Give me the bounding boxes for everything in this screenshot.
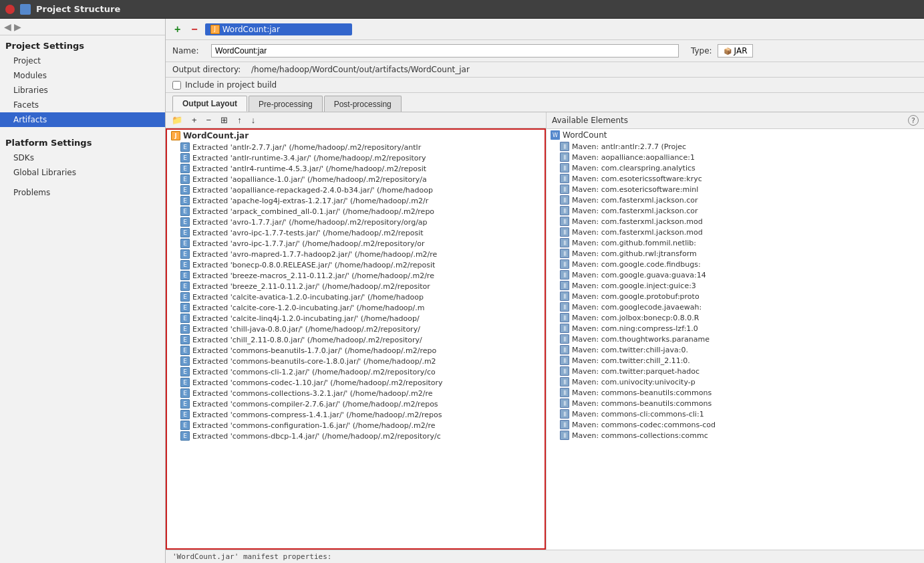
tab-post-processing[interactable]: Post-processing: [324, 96, 402, 112]
nav-forward-button[interactable]: ▶: [14, 21, 21, 32]
available-item-text: Maven: com.google.code.findbugs:: [572, 260, 701, 269]
available-list-item[interactable]: Maven: com.univocity:univocity-p: [547, 376, 924, 387]
help-icon[interactable]: ?: [908, 115, 919, 126]
name-input[interactable]: [211, 44, 679, 58]
maven-icon: [560, 185, 569, 194]
available-item-text: Maven: com.univocity:univocity-p: [572, 378, 696, 386]
artifact-item-text: Extracted 'avro-ipc-1.7.7.jar/' (/home/h…: [192, 239, 424, 248]
sidebar-item-sdks[interactable]: SDKs: [0, 150, 165, 165]
available-item-text: Maven: com.github.rwl:jtransform: [572, 249, 697, 258]
available-list-item[interactable]: Maven: com.github.rwl:jtransform: [547, 248, 924, 259]
artifact-list-item[interactable]: EExtracted 'avro-ipc-1.7.7-tests.jar/' (…: [167, 227, 545, 238]
split-pane: 📁 + − ⊞ ↑ ↓ J WordCount.jar EExtracted '…: [166, 112, 924, 550]
available-list-item[interactable]: Maven: com.googlecode.javaewah:: [547, 302, 924, 312]
artifact-up-btn[interactable]: ↑: [234, 114, 245, 126]
available-list-item[interactable]: Maven: com.fasterxml.jackson.cor: [547, 195, 924, 205]
available-item-text: Maven: commons-beanutils:commons: [572, 399, 712, 408]
artifact-selected-item[interactable]: J WordCount:jar: [205, 23, 352, 35]
remove-artifact-button[interactable]: −: [188, 21, 200, 37]
available-list-item[interactable]: Maven: com.fasterxml.jackson.mod: [547, 216, 924, 227]
artifact-root-item[interactable]: J WordCount.jar: [167, 130, 545, 142]
window-controls[interactable]: [5, 5, 15, 14]
available-list-item[interactable]: Maven: commons-beanutils:commons: [547, 387, 924, 398]
artifact-folder-btn[interactable]: 📁: [168, 114, 186, 126]
artifact-list-item[interactable]: EExtracted 'commons-dbcp-1.4.jar/' (/hom…: [167, 431, 545, 441]
available-list-item[interactable]: Maven: com.google.inject:guice:3: [547, 280, 924, 291]
sidebar-item-global-libraries[interactable]: Global Libraries: [0, 165, 165, 180]
available-item-text: Maven: com.googlecode.javaewah:: [572, 303, 702, 312]
sidebar-item-artifacts[interactable]: Artifacts: [0, 112, 165, 127]
close-button[interactable]: [5, 5, 15, 14]
artifact-list-item[interactable]: EExtracted 'commons-collections-3.2.1.ja…: [167, 388, 545, 399]
artifact-list-item[interactable]: EExtracted 'aopalliance-1.0.jar/' (/home…: [167, 174, 545, 185]
sidebar-item-modules[interactable]: Modules: [0, 68, 165, 83]
add-artifact-button[interactable]: +: [171, 21, 184, 37]
include-in-build-checkbox[interactable]: [172, 81, 181, 90]
available-list-item[interactable]: Maven: commons-codec:commons-cod: [547, 419, 924, 430]
sidebar-item-problems[interactable]: Problems: [0, 185, 165, 200]
type-selector[interactable]: 📦 JAR: [718, 44, 754, 58]
artifact-list-item[interactable]: EExtracted 'commons-cli-1.2.jar/' (/home…: [167, 366, 545, 377]
artifact-list-item[interactable]: EExtracted 'chill-java-0.8.0.jar/' (/hom…: [167, 324, 545, 334]
artifact-list-item[interactable]: EExtracted 'antlr-2.7.7.jar/' (/home/had…: [167, 142, 545, 152]
tab-pre-processing[interactable]: Pre-processing: [249, 96, 323, 112]
available-list-item[interactable]: Maven: com.fasterxml.jackson.cor: [547, 205, 924, 216]
artifact-list-item[interactable]: EExtracted 'apache-log4j-extras-1.2.17.j…: [167, 195, 545, 206]
available-list-item[interactable]: Maven: commons-collections:commc: [547, 430, 924, 441]
artifact-list-item[interactable]: EExtracted 'calcite-linq4j-1.2.0-incubat…: [167, 313, 545, 324]
artifact-name: WordCount:jar: [222, 25, 280, 34]
artifact-list-item[interactable]: EExtracted 'commons-compress-1.4.1.jar/'…: [167, 409, 545, 420]
sidebar-item-libraries[interactable]: Libraries: [0, 83, 165, 98]
project-settings-label: Project Settings: [0, 35, 165, 53]
artifact-expand-btn[interactable]: ⊞: [217, 114, 231, 126]
artifact-list-item[interactable]: EExtracted 'commons-beanutils-1.7.0.jar/…: [167, 345, 545, 356]
available-list-item[interactable]: Maven: com.clearspring.analytics: [547, 162, 924, 173]
artifact-list-item[interactable]: EExtracted 'commons-beanutils-core-1.8.0…: [167, 356, 545, 366]
artifact-list-item[interactable]: EExtracted 'commons-compiler-2.7.6.jar/'…: [167, 399, 545, 409]
available-list-item[interactable]: Maven: com.jolbox:bonecp:0.8.0.R: [547, 312, 924, 323]
nav-back-button[interactable]: ◀: [4, 21, 11, 32]
artifact-list-item[interactable]: EExtracted 'chill_2.11-0.8.0.jar/' (/hom…: [167, 334, 545, 345]
artifact-list-item[interactable]: EExtracted 'breeze-macros_2.11-0.11.2.ja…: [167, 270, 545, 281]
artifact-remove-btn[interactable]: −: [203, 114, 215, 126]
artifact-list-item[interactable]: EExtracted 'calcite-avatica-1.2.0-incuba…: [167, 292, 545, 302]
available-list-item[interactable]: Maven: aopalliance:aopalliance:1: [547, 152, 924, 162]
available-list-item[interactable]: Maven: com.ning:compress-lzf:1.0: [547, 323, 924, 334]
sidebar-item-project[interactable]: Project: [0, 53, 165, 68]
available-list-item[interactable]: Maven: com.google.guava:guava:14: [547, 269, 924, 280]
artifact-list-item[interactable]: EExtracted 'breeze_2.11-0.11.2.jar/' (/h…: [167, 281, 545, 292]
extract-icon: E: [180, 228, 190, 237]
tab-output-layout[interactable]: Output Layout: [172, 96, 247, 112]
artifact-list-item[interactable]: EExtracted 'commons-codec-1.10.jar/' (/h…: [167, 377, 545, 388]
available-list-item[interactable]: Maven: antlr:antlr:2.7.7 (Projec: [547, 141, 924, 152]
extract-icon: E: [180, 314, 190, 323]
artifact-list-item[interactable]: EExtracted 'bonecp-0.8.0.RELEASE.jar/' (…: [167, 259, 545, 270]
artifact-list-item[interactable]: EExtracted 'avro-1.7.7.jar/' (/home/hado…: [167, 217, 545, 227]
artifact-list-item[interactable]: EExtracted 'calcite-core-1.2.0-incubatin…: [167, 302, 545, 313]
artifact-add-btn[interactable]: +: [188, 114, 200, 126]
sidebar-item-facets[interactable]: Facets: [0, 98, 165, 112]
artifact-list-item[interactable]: EExtracted 'avro-mapred-1.7.7-hadoop2.ja…: [167, 249, 545, 259]
available-list-item[interactable]: Maven: com.twitter:parquet-hadoc: [547, 366, 924, 376]
available-list-item[interactable]: Maven: commons-beanutils:commons: [547, 398, 924, 409]
available-list-item[interactable]: Maven: com.fasterxml.jackson.mod: [547, 227, 924, 237]
maven-icon: [560, 334, 569, 344]
artifact-list-item[interactable]: EExtracted 'antlr4-runtime-4.5.3.jar/' (…: [167, 163, 545, 174]
artifact-down-btn[interactable]: ↓: [248, 114, 259, 126]
available-list-item[interactable]: Maven: com.twitter:chill-java:0.: [547, 344, 924, 355]
artifact-list-item[interactable]: EExtracted 'commons-configuration-1.6.ja…: [167, 420, 545, 431]
artifact-list-item[interactable]: EExtracted 'avro-ipc-1.7.7.jar/' (/home/…: [167, 238, 545, 249]
available-item-text: Maven: com.fasterxml.jackson.mod: [572, 228, 703, 237]
artifact-list-item[interactable]: EExtracted 'aopalliance-repackaged-2.4.0…: [167, 185, 545, 195]
available-list-item[interactable]: Maven: com.google.protobuf:proto: [547, 291, 924, 302]
artifact-list-item[interactable]: EExtracted 'antlr-runtime-3.4.jar/' (/ho…: [167, 152, 545, 163]
available-list-item[interactable]: Maven: commons-cli:commons-cli:1: [547, 409, 924, 419]
available-list-item[interactable]: Maven: com.esotericssoftware:kryc: [547, 173, 924, 184]
available-section-wordcount[interactable]: W WordCount: [547, 129, 924, 141]
available-list-item[interactable]: Maven: com.google.code.findbugs:: [547, 259, 924, 269]
available-list-item[interactable]: Maven: com.twitter:chill_2.11:0.: [547, 355, 924, 366]
available-list-item[interactable]: Maven: com.esotericsoftware:minl: [547, 184, 924, 195]
available-list-item[interactable]: Maven: com.github.fommil.netlib:: [547, 237, 924, 248]
available-list-item[interactable]: Maven: com.thoughtworks.paraname: [547, 334, 924, 344]
artifact-list-item[interactable]: EExtracted 'arpack_combined_all-0.1.jar/…: [167, 206, 545, 217]
